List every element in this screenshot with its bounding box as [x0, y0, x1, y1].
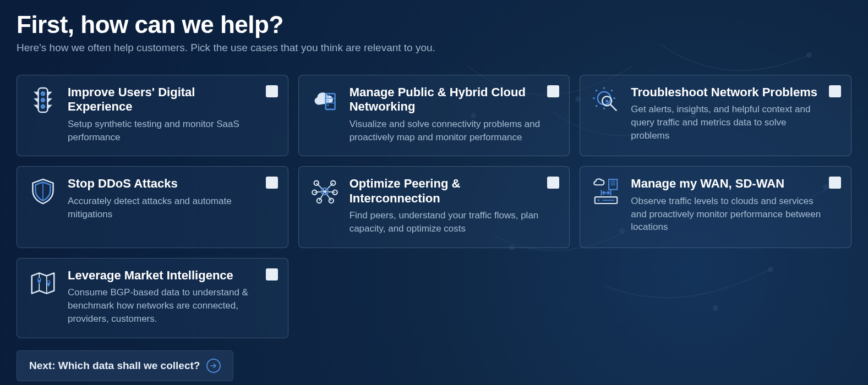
shield-icon — [28, 177, 58, 206]
card-title: Improve Users' Digital Experience — [68, 85, 260, 114]
card-desc: Setup synthetic testing and monitor SaaS… — [68, 118, 260, 144]
page-title: First, how can we help? — [17, 11, 851, 38]
card-market-intelligence[interactable]: Leverage Market Intelligence Consume BGP… — [17, 258, 288, 338]
card-improve-digital-experience[interactable]: Improve Users' Digital Experience Setup … — [17, 75, 288, 156]
svg-point-16 — [327, 95, 329, 97]
card-checkbox-stop-ddos[interactable] — [266, 177, 278, 189]
card-stop-ddos[interactable]: Stop DDoS Attacks Accurately detect atta… — [17, 166, 288, 248]
card-title: Troubleshoot Network Problems — [631, 85, 823, 100]
card-title: Stop DDoS Attacks — [68, 177, 260, 191]
svg-point-17 — [327, 100, 329, 101]
next-button[interactable]: Next: Which data shall we collect? — [17, 350, 233, 381]
card-title: Leverage Market Intelligence — [68, 268, 260, 283]
svg-line-21 — [611, 105, 616, 110]
gear-magnify-icon — [591, 85, 621, 115]
traffic-light-icon — [28, 85, 58, 115]
card-checkbox-manage-cloud-networking[interactable] — [547, 85, 559, 97]
card-desc: Find peers, understand your traffic flow… — [350, 209, 542, 235]
card-title: Manage my WAN, SD-WAN — [631, 177, 823, 191]
card-desc: Observe traffic levels to clouds and ser… — [631, 195, 823, 234]
card-title: Optimize Peering & Interconnection — [350, 177, 542, 206]
card-checkbox-troubleshoot-network[interactable] — [829, 85, 841, 97]
page-subtitle: Here's how we often help customers. Pick… — [17, 42, 851, 54]
card-title: Manage Public & Hybrid Cloud Networking — [350, 85, 542, 114]
network-nodes-icon — [310, 177, 340, 206]
card-desc: Get alerts, insights, and helpful contex… — [631, 103, 823, 142]
card-manage-cloud-networking[interactable]: Manage Public & Hybrid Cloud Networking … — [298, 75, 570, 156]
card-desc: Consume BGP-based data to understand & b… — [68, 286, 260, 325]
arrow-right-circle-icon — [206, 359, 221, 373]
svg-line-26 — [314, 191, 325, 193]
card-troubleshoot-network[interactable]: Troubleshoot Network Problems Get alerts… — [580, 75, 851, 156]
svg-point-22 — [605, 100, 608, 102]
card-desc: Visualize and solve connectivity problem… — [350, 118, 542, 144]
svg-point-18 — [327, 105, 329, 106]
svg-point-12 — [41, 105, 45, 109]
svg-line-27 — [325, 191, 335, 193]
card-optimize-peering[interactable]: Optimize Peering & Interconnection Find … — [298, 166, 570, 248]
card-desc: Accurately detect attacks and automate m… — [68, 195, 260, 221]
card-checkbox-market-intelligence[interactable] — [266, 268, 278, 280]
cloud-server-icon — [310, 85, 340, 115]
wan-devices-icon — [591, 177, 621, 206]
svg-point-10 — [41, 91, 45, 96]
svg-point-45 — [598, 200, 599, 201]
map-pins-icon — [28, 268, 58, 298]
svg-point-11 — [41, 98, 45, 102]
svg-point-19 — [598, 92, 611, 105]
card-checkbox-manage-wan[interactable] — [829, 177, 841, 189]
svg-point-50 — [47, 281, 49, 283]
card-manage-wan[interactable]: Manage my WAN, SD-WAN Observe traffic le… — [580, 166, 851, 248]
card-checkbox-improve-digital-experience[interactable] — [266, 85, 278, 97]
next-button-label: Next: Which data shall we collect? — [29, 360, 200, 372]
use-case-cards: Improve Users' Digital Experience Setup … — [17, 75, 851, 338]
card-checkbox-optimize-peering[interactable] — [547, 177, 559, 189]
svg-point-49 — [39, 278, 40, 279]
